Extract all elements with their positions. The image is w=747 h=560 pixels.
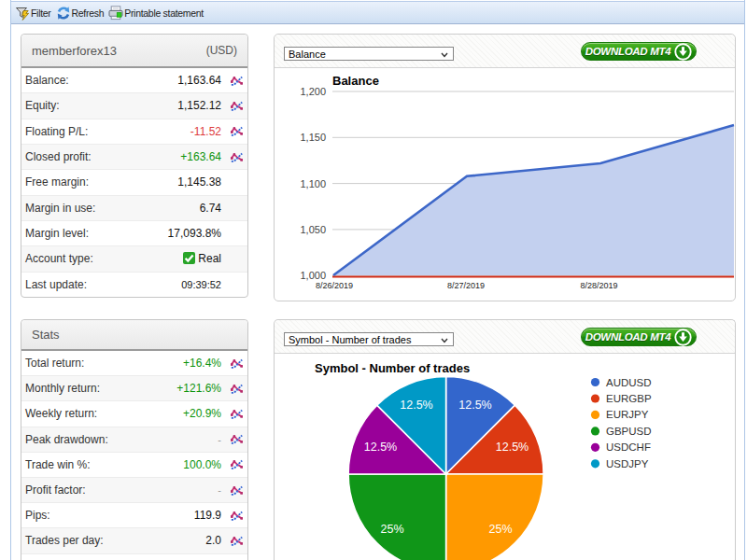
svg-text:1,000: 1,000 — [300, 270, 326, 281]
svg-text:25%: 25% — [488, 523, 512, 536]
svg-text:Balance: Balance — [332, 74, 379, 88]
svg-text:1,050: 1,050 — [300, 224, 326, 235]
svg-text:12.5%: 12.5% — [496, 441, 529, 454]
svg-text:AUDUSD: AUDUSD — [606, 377, 652, 388]
svg-text:1,150: 1,150 — [300, 132, 326, 143]
svg-text:25%: 25% — [380, 523, 403, 536]
svg-text:8/28/2019: 8/28/2019 — [581, 281, 618, 290]
svg-text:USDJPY: USDJPY — [606, 458, 649, 469]
svg-text:8/27/2019: 8/27/2019 — [447, 281, 485, 290]
svg-text:EURJPY: EURJPY — [606, 409, 649, 420]
svg-text:USDCHF: USDCHF — [606, 441, 651, 453]
svg-text:8/26/2019: 8/26/2019 — [316, 281, 353, 290]
svg-text:1,100: 1,100 — [300, 178, 326, 189]
svg-text:12.5%: 12.5% — [458, 399, 491, 412]
svg-text:12.5%: 12.5% — [364, 441, 397, 454]
svg-text:12.5%: 12.5% — [400, 399, 432, 412]
svg-text:EURGBP: EURGBP — [606, 393, 652, 404]
svg-text:GBPUSD: GBPUSD — [606, 426, 652, 437]
svg-text:Symbol - Number of trades: Symbol - Number of trades — [315, 361, 470, 375]
svg-text:1,200: 1,200 — [300, 86, 326, 97]
